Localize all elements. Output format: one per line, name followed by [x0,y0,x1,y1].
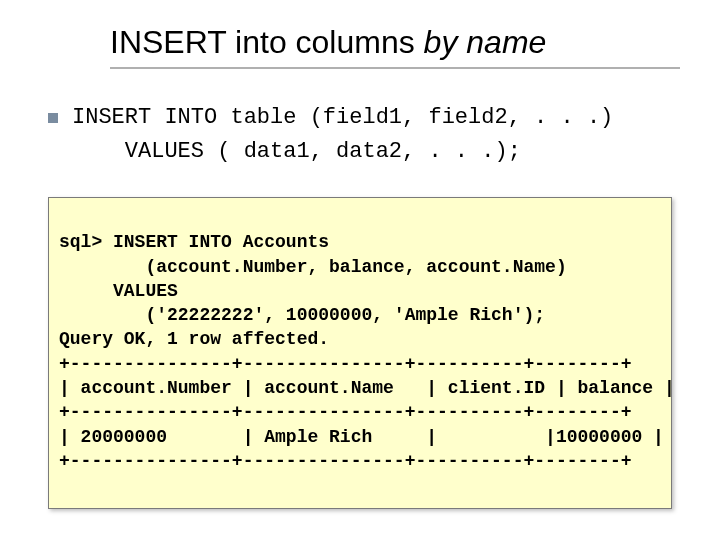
bullet-icon [48,113,58,123]
sql-line: +---------------+---------------+-------… [59,402,632,422]
slide: INSERT into columns by name INSERT INTO … [0,0,720,540]
sql-line: | account.Number | account.Name | client… [59,378,672,398]
sql-line: (account.Number, balance, account.Name) [59,257,567,277]
slide-title: INSERT into columns by name [110,24,680,61]
title-italic-text: by name [424,24,547,60]
sql-line: | 20000000 | Ample Rich | |10000000 | [59,427,664,447]
sql-line: +---------------+---------------+-------… [59,354,632,374]
sql-example-box: sql> INSERT INTO Accounts (account.Numbe… [48,197,672,509]
syntax-line-2: VALUES ( data1, data2, . . .); [50,135,680,169]
title-underline [110,67,680,69]
syntax-line-1: INSERT INTO table (field1, field2, . . .… [50,101,680,135]
title-plain-text: INSERT into columns [110,24,424,60]
sql-line: Query OK, 1 row affected. [59,329,329,349]
sql-line: sql> INSERT INTO Accounts [59,232,329,252]
sql-line: ('22222222', 10000000, 'Ample Rich'); [59,305,545,325]
syntax-block: INSERT INTO table (field1, field2, . . .… [50,101,680,169]
sql-line: VALUES [59,281,178,301]
title-block: INSERT into columns by name [110,24,680,69]
sql-line: +---------------+---------------+-------… [59,451,632,471]
